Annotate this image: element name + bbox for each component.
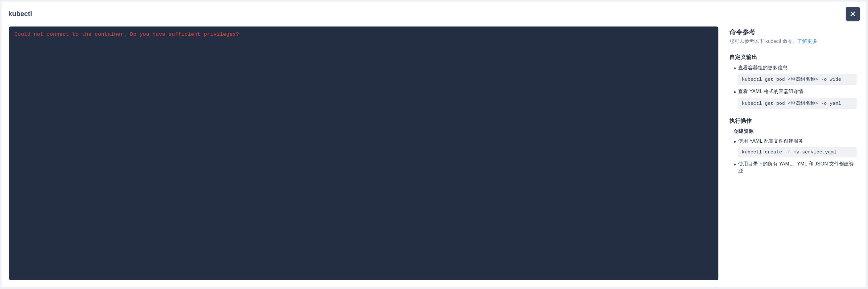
- reference-title: 命令参考: [730, 28, 857, 36]
- command-list: 使用 YAML 配置文件创建服务 kubectl create -f my-se…: [730, 138, 857, 174]
- close-icon: [849, 10, 857, 17]
- terminal-pane[interactable]: Could not connect to the container. Do y…: [9, 27, 718, 280]
- list-item: 使用目录下的所有 YAML、YML 和 JSON 文件创建资源: [734, 160, 857, 174]
- section-title: 执行操作: [730, 117, 857, 124]
- command-code: kubectl get pod <容器组名称> -o wide: [738, 74, 857, 85]
- command-code: kubectl get pod <容器组名称> -o yaml: [738, 98, 857, 109]
- command-list: 查看容器组的更多信息 kubectl get pod <容器组名称> -o wi…: [730, 64, 857, 109]
- list-item: 查看 YAML 格式的容器组详情 kubectl get pod <容器组名称>…: [734, 88, 857, 109]
- reference-section-custom-output: 自定义输出 查看容器组的更多信息 kubectl get pod <容器组名称>…: [730, 53, 857, 109]
- terminal-error-text: Could not connect to the container. Do y…: [14, 31, 713, 37]
- learn-more-link[interactable]: 了解更多: [797, 38, 817, 44]
- modal-title: kubectl: [8, 10, 32, 18]
- close-button[interactable]: [846, 7, 860, 21]
- modal-header: kubectl: [2, 2, 866, 27]
- command-description: 使用目录下的所有 YAML、YML 和 JSON 文件创建资源: [738, 160, 857, 174]
- section-title: 自定义输出: [730, 53, 857, 61]
- reference-subtitle: 您可以参考以下 kubectl 命令。了解更多: [730, 38, 857, 45]
- command-description: 使用 YAML 配置文件创建服务: [738, 138, 857, 145]
- modal-body: Could not connect to the container. Do y…: [2, 27, 866, 287]
- modal-container: kubectl Could not connect to the contain…: [2, 2, 866, 287]
- list-item: 使用 YAML 配置文件创建服务 kubectl create -f my-se…: [734, 138, 857, 157]
- reference-section-operations: 执行操作 创建资源 使用 YAML 配置文件创建服务 kubectl creat…: [730, 117, 857, 174]
- command-description: 查看 YAML 格式的容器组详情: [738, 88, 857, 95]
- list-item: 查看容器组的更多信息 kubectl get pod <容器组名称> -o wi…: [734, 64, 857, 85]
- command-code: kubectl create -f my-service.yaml: [738, 147, 857, 157]
- reference-pane[interactable]: 命令参考 您可以参考以下 kubectl 命令。了解更多 自定义输出 查看容器组…: [730, 27, 859, 280]
- reference-subtitle-text: 您可以参考以下 kubectl 命令。: [730, 38, 797, 44]
- command-description: 查看容器组的更多信息: [738, 64, 857, 71]
- subsection-title: 创建资源: [734, 128, 857, 135]
